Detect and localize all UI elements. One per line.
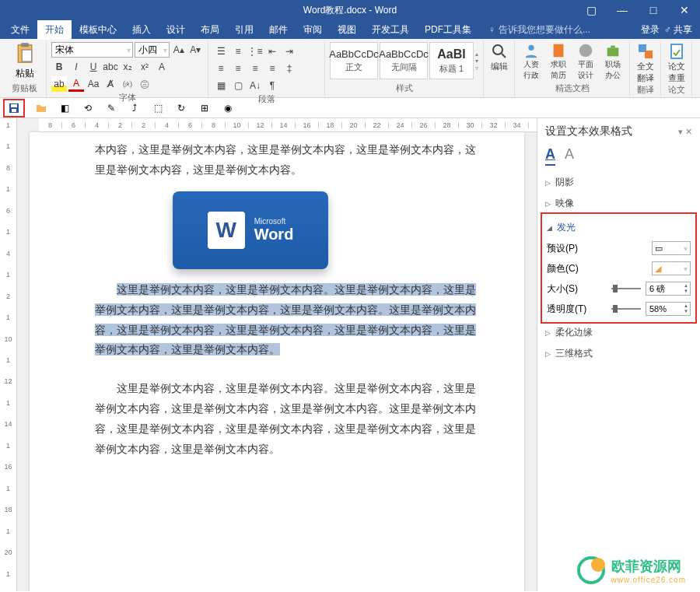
panel-close-icon[interactable]: ▾ ✕ — [678, 127, 692, 137]
section-3d[interactable]: ▷三维格式 — [545, 343, 692, 364]
ribbon-options-icon[interactable]: ▢ — [576, 0, 607, 20]
tab-review[interactable]: 审阅 — [296, 20, 330, 40]
maximize-icon[interactable]: □ — [638, 0, 669, 20]
align-right-button[interactable]: ≡ — [247, 61, 263, 76]
borders-button[interactable]: ▢ — [230, 78, 246, 93]
plagiarism-button[interactable]: 论文 查重 — [666, 42, 687, 84]
tab-design[interactable]: 设计 — [159, 20, 193, 40]
svg-rect-2 — [22, 50, 32, 61]
paragraph-3[interactable]: 这里是举例文本内容，这里是举例文本内容。这里是举例文本内容，这里是举例文本内容，… — [95, 379, 485, 460]
minimize-icon[interactable]: — — [607, 0, 638, 20]
bold-button[interactable]: B — [51, 59, 67, 75]
font-color-button[interactable]: A — [68, 76, 84, 92]
inc-indent-button[interactable]: ⇥ — [282, 44, 297, 59]
tab-templates[interactable]: 模板中心 — [72, 20, 124, 40]
check-doc-icon — [667, 42, 686, 61]
strike-button[interactable]: abc — [103, 59, 118, 75]
style-normal[interactable]: AaBbCcDc正文 — [330, 42, 378, 79]
save-icon[interactable] — [7, 101, 21, 115]
underline-button[interactable]: U — [86, 59, 101, 75]
section-reflect[interactable]: ▷映像 — [545, 193, 692, 214]
enclose-button[interactable]: ㊂ — [137, 76, 152, 92]
text-fill-icon[interactable]: A — [545, 146, 555, 166]
glow-preset-select[interactable]: ▭▾ — [652, 241, 691, 255]
tab-references[interactable]: 引用 — [227, 20, 261, 40]
open-icon[interactable] — [34, 101, 48, 115]
glow-size-row: 大小(S) 6 磅▲▼ — [547, 278, 691, 299]
qat-icon-8[interactable]: ◉ — [221, 101, 235, 115]
font-size-select[interactable]: 小四▾ — [135, 42, 170, 58]
multilevel-button[interactable]: ⋮≡ — [247, 44, 263, 59]
bullets-button[interactable]: ☰ — [213, 44, 229, 59]
qat-icon-2[interactable]: ⟲ — [81, 101, 95, 115]
translate-label: 翻译 — [635, 84, 656, 97]
qat-icon-7[interactable]: ⊞ — [198, 101, 212, 115]
style-nospacing[interactable]: AaBbCcDc无间隔 — [380, 42, 428, 79]
qat-icon-6[interactable]: ↻ — [174, 101, 188, 115]
subscript-button[interactable]: x₂ — [120, 59, 135, 75]
share-button[interactable]: ♂ 共享 — [664, 23, 692, 37]
rec-resume[interactable]: 求职 简历 — [547, 42, 569, 81]
glow-trans-slider[interactable] — [611, 308, 641, 310]
paragraph-1[interactable]: 本内容，这里是举例文本内容，这里是举例文本内容，这里是举例文本内容，这里是举例文… — [95, 140, 485, 180]
glow-size-slider[interactable] — [611, 288, 641, 289]
tab-layout[interactable]: 布局 — [193, 20, 227, 40]
document-page[interactable]: 本内容，这里是举例文本内容，这里是举例文本内容，这里是举例文本内容，这里是举例文… — [30, 132, 524, 591]
italic-button[interactable]: I — [68, 59, 84, 75]
edit-button[interactable]: 编辑 — [488, 42, 509, 72]
justify-button[interactable]: ≡ — [264, 61, 280, 76]
grow-font-icon[interactable]: A▴ — [171, 42, 186, 58]
paste-button[interactable]: 粘贴 — [8, 42, 41, 80]
dec-indent-button[interactable]: ⇤ — [264, 44, 280, 59]
style-heading1[interactable]: AaBl标题 1 — [429, 42, 474, 79]
translate-button[interactable]: 全文 翻译 — [635, 42, 656, 84]
group-clipboard: 粘贴 剪贴板 — [3, 40, 47, 97]
phonetic-button[interactable]: ㈫ — [120, 76, 135, 92]
ribbon: 粘贴 剪贴板 宋体▾ 小四▾ A▴ A▾ B I U abc x₂ x² A a… — [0, 39, 700, 98]
word-logo-card[interactable]: W Microsoft Word — [173, 191, 328, 269]
ruler-horizontal[interactable]: 8642246810121416182022242628303234363840… — [39, 118, 537, 132]
qat-icon-1[interactable]: ◧ — [58, 101, 72, 115]
rec-office[interactable]: 职场 办公 — [602, 42, 625, 81]
styles-more[interactable]: ▴▾▿ — [475, 42, 478, 79]
paragraph-2-selected[interactable]: 这里是举例文本内容，这里是举例文本内容。这里是举例文本内容，这里是举例文本内容，… — [95, 280, 485, 361]
rec-hr[interactable]: 人资 行政 — [520, 42, 542, 81]
tab-mailings[interactable]: 邮件 — [261, 20, 296, 40]
shrink-font-icon[interactable]: A▾ — [188, 42, 203, 58]
glow-size-input[interactable]: 6 磅▲▼ — [646, 282, 691, 296]
qat-icon-5[interactable]: ⬚ — [151, 101, 165, 115]
close-icon[interactable]: ✕ — [669, 0, 700, 20]
qat-icon-4[interactable]: ⤴ — [128, 101, 142, 115]
text-outline-icon[interactable]: A — [565, 146, 574, 166]
text-effect-button[interactable]: A — [154, 59, 170, 75]
numbering-button[interactable]: ≡ — [230, 44, 246, 59]
align-center-button[interactable]: ≡ — [230, 61, 246, 76]
qat-icon-3[interactable]: ✎ — [104, 101, 118, 115]
tab-file[interactable]: 文件 — [3, 20, 37, 40]
ruler-vertical[interactable]: 1181614121101121141161181201 — [0, 118, 17, 591]
tab-insert[interactable]: 插入 — [124, 20, 159, 40]
section-soft-edges[interactable]: ▷柔化边缘 — [545, 322, 692, 343]
shading-button[interactable]: ▦ — [213, 78, 229, 93]
show-marks-button[interactable]: ¶ — [264, 78, 280, 93]
svg-rect-8 — [607, 47, 619, 56]
tab-view[interactable]: 视图 — [330, 20, 364, 40]
highlight-button[interactable]: ab — [51, 76, 67, 92]
sort-button[interactable]: A↓ — [247, 78, 263, 93]
glow-trans-input[interactable]: 58%▲▼ — [646, 302, 691, 316]
tell-me[interactable]: ♀告诉我您想要做什么... — [488, 23, 590, 37]
rec-design[interactable]: 平面 设计 — [575, 42, 597, 81]
glow-color-select[interactable]: ◢▾ — [652, 261, 691, 275]
clear-format-button[interactable]: A̸ — [103, 76, 118, 92]
login-button[interactable]: 登录 — [641, 23, 660, 37]
tab-home[interactable]: 开始 — [37, 20, 72, 40]
section-shadow[interactable]: ▷阴影 — [545, 172, 692, 193]
align-left-button[interactable]: ≡ — [213, 61, 229, 76]
section-glow[interactable]: ◢发光 — [547, 217, 691, 238]
change-case-button[interactable]: Aa — [86, 76, 101, 92]
superscript-button[interactable]: x² — [137, 59, 152, 75]
font-name-select[interactable]: 宋体▾ — [51, 42, 133, 58]
tab-pdf[interactable]: PDF工具集 — [417, 20, 479, 40]
line-spacing-button[interactable]: ‡ — [282, 61, 297, 76]
tab-developer[interactable]: 开发工具 — [364, 20, 417, 40]
